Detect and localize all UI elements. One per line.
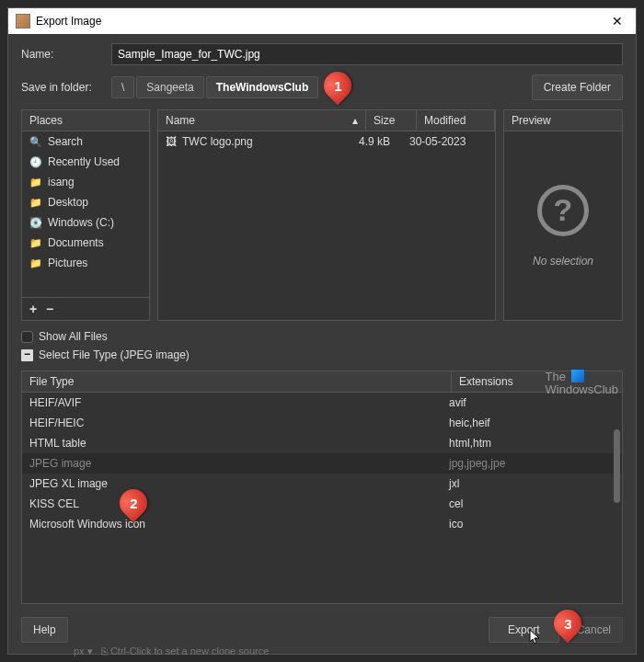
places-item[interactable]: 📁Documents (22, 233, 149, 253)
titlebar: Export Image ✕ (8, 8, 636, 34)
export-button[interactable]: Export (489, 617, 559, 643)
places-item[interactable]: 🕘Recently Used (22, 152, 149, 172)
watermark-icon (571, 370, 584, 382)
help-button[interactable]: Help (21, 617, 68, 643)
file-type-row[interactable]: HTML tablehtml,htm (22, 433, 622, 453)
name-label: Name: (21, 48, 104, 61)
col-modified-header[interactable]: Modified (417, 110, 495, 131)
type-header[interactable]: File Type (22, 371, 452, 392)
place-icon: 📁 (29, 237, 42, 249)
file-list: Name ▴ Size Modified 🖼TWC logo.png4.9 kB… (157, 109, 496, 321)
show-all-checkbox[interactable] (21, 331, 33, 343)
folder-label: Save in folder: (21, 81, 104, 94)
question-icon: ? (537, 185, 589, 236)
callout-3: 3 (554, 610, 581, 641)
place-icon: 🔍 (29, 136, 42, 148)
places-item[interactable]: 🔍Search (22, 131, 149, 152)
places-item[interactable]: 📁Desktop (22, 192, 149, 212)
place-label: Desktop (48, 196, 88, 209)
file-type-row[interactable]: Microsoft Windows iconico (22, 514, 622, 534)
place-icon: 🕘 (29, 156, 42, 168)
filename-input[interactable] (111, 43, 623, 65)
preview-text: No selection (533, 255, 593, 268)
file-type-row[interactable]: KISS CELcel (22, 494, 622, 514)
file-type-row[interactable]: HEIF/HEICheic,heif (22, 413, 622, 433)
place-icon: 💽 (29, 217, 42, 229)
file-icon: 🖼 (166, 135, 177, 148)
file-type-row[interactable]: JPEG imagejpg,jpeg,jpe (22, 453, 622, 474)
app-icon (16, 14, 30, 29)
places-add-button[interactable]: + (29, 302, 37, 316)
export-dialog: Export Image ✕ Name: Save in folder: \ S… (7, 7, 637, 655)
places-remove-button[interactable]: − (46, 302, 53, 316)
col-size-header[interactable]: Size (366, 110, 417, 131)
place-label: Search (48, 135, 83, 148)
place-label: Recently Used (48, 155, 120, 168)
file-row[interactable]: 🖼TWC logo.png4.9 kB30-05-2023 (158, 131, 495, 152)
place-label: Documents (48, 236, 104, 249)
place-label: Pictures (48, 257, 87, 269)
sort-asc-icon: ▴ (352, 114, 358, 127)
breadcrumb: \ Sangeeta TheWindowsClub (111, 76, 318, 98)
place-icon: 📁 (29, 177, 42, 188)
show-all-label: Show All Files (39, 330, 108, 343)
place-label: isang (48, 176, 75, 188)
places-item[interactable]: 💽Windows (C:) (22, 212, 149, 233)
close-icon[interactable]: ✕ (606, 14, 628, 29)
file-type-list: File Type Extensions HEIF/AVIFavifHEIF/H… (21, 371, 623, 604)
crumb-root[interactable]: \ (111, 76, 134, 98)
status-hint: px ▾ ⎘ Ctrl-Click to set a new clone sou… (0, 645, 644, 662)
places-item[interactable]: 📁isang (22, 172, 149, 192)
col-name-header[interactable]: Name ▴ (158, 110, 366, 131)
places-panel: Places 🔍Search🕘Recently Used📁isang📁Deskt… (21, 109, 150, 321)
window-title: Export Image (36, 15, 606, 28)
places-header: Places (22, 110, 149, 131)
file-type-row[interactable]: JPEG XL imagejxl (22, 474, 622, 494)
file-type-row[interactable]: HEIF/AVIFavif (22, 393, 622, 413)
watermark: The WindowsClub (546, 368, 618, 397)
places-item[interactable]: 📁Pictures (22, 253, 149, 273)
crumb-user[interactable]: Sangeeta (136, 76, 203, 98)
scrollbar-thumb[interactable] (614, 429, 620, 503)
place-label: Windows (C:) (48, 216, 114, 229)
place-icon: 📁 (29, 257, 42, 269)
preview-header: Preview (504, 110, 622, 131)
callout-1: 1 (324, 72, 351, 103)
filetype-label: Select File Type (JPEG image) (39, 348, 190, 361)
callout-2: 2 (120, 489, 147, 520)
place-icon: 📁 (29, 197, 42, 209)
create-folder-button[interactable]: Create Folder (532, 74, 623, 100)
preview-panel: Preview ? No selection (503, 109, 623, 321)
crumb-current[interactable]: TheWindowsClub (206, 76, 319, 98)
filetype-expander[interactable]: − (21, 349, 33, 361)
